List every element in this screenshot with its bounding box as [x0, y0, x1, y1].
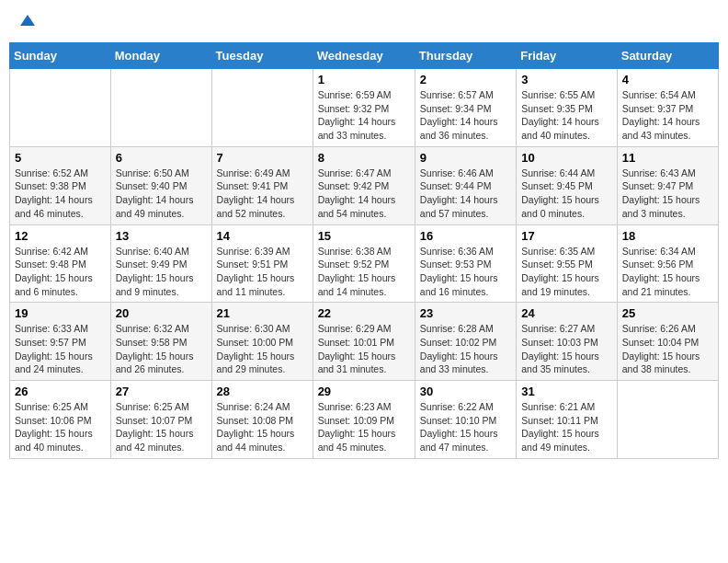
calendar-week-row: 12Sunrise: 6:42 AMSunset: 9:48 PMDayligh…	[10, 224, 719, 303]
day-of-week-header: Monday	[110, 43, 211, 69]
day-info: Sunrise: 6:24 AMSunset: 10:08 PMDaylight…	[217, 400, 308, 454]
day-info: Sunrise: 6:57 AMSunset: 9:34 PMDaylight:…	[420, 88, 511, 143]
day-info: Sunrise: 6:49 AMSunset: 9:41 PMDaylight:…	[217, 167, 308, 221]
calendar-cell: 27Sunrise: 6:25 AMSunset: 10:07 PMDaylig…	[110, 381, 211, 459]
calendar-cell: 17Sunrise: 6:35 AMSunset: 9:55 PMDayligh…	[517, 224, 618, 303]
calendar-cell: 12Sunrise: 6:42 AMSunset: 9:48 PMDayligh…	[10, 224, 111, 303]
day-number: 19	[15, 306, 106, 320]
day-info: Sunrise: 6:46 AMSunset: 9:44 PMDaylight:…	[420, 167, 511, 221]
day-info: Sunrise: 6:34 AMSunset: 9:56 PMDaylight:…	[622, 245, 713, 299]
calendar-cell: 29Sunrise: 6:23 AMSunset: 10:09 PMDaylig…	[313, 381, 415, 459]
calendar-cell: 30Sunrise: 6:22 AMSunset: 10:10 PMDaylig…	[415, 381, 516, 459]
calendar-week-row: 19Sunrise: 6:33 AMSunset: 9:57 PMDayligh…	[10, 303, 719, 381]
day-info: Sunrise: 6:28 AMSunset: 10:02 PMDaylight…	[420, 322, 511, 376]
day-number: 1	[318, 73, 410, 86]
day-number: 20	[116, 306, 207, 320]
calendar-cell: 11Sunrise: 6:43 AMSunset: 9:47 PMDayligh…	[617, 146, 718, 224]
day-info: Sunrise: 6:35 AMSunset: 9:55 PMDaylight:…	[521, 245, 612, 299]
day-number: 6	[116, 151, 207, 165]
calendar-cell: 25Sunrise: 6:26 AMSunset: 10:04 PMDaylig…	[617, 303, 718, 381]
calendar-table: SundayMondayTuesdayWednesdayThursdayFrid…	[9, 42, 719, 459]
calendar-week-row: 5Sunrise: 6:52 AMSunset: 9:38 PMDaylight…	[10, 146, 719, 224]
day-number: 31	[521, 385, 612, 398]
calendar-cell: 21Sunrise: 6:30 AMSunset: 10:00 PMDaylig…	[211, 303, 313, 381]
calendar-cell: 15Sunrise: 6:38 AMSunset: 9:52 PMDayligh…	[313, 224, 415, 303]
day-of-week-header: Friday	[517, 43, 618, 69]
calendar-cell: 19Sunrise: 6:33 AMSunset: 9:57 PMDayligh…	[10, 303, 111, 381]
calendar-cell: 14Sunrise: 6:39 AMSunset: 9:51 PMDayligh…	[211, 224, 313, 303]
calendar-cell: 13Sunrise: 6:40 AMSunset: 9:49 PMDayligh…	[110, 224, 211, 303]
day-info: Sunrise: 6:27 AMSunset: 10:03 PMDaylight…	[521, 322, 612, 376]
calendar-cell: 10Sunrise: 6:44 AMSunset: 9:45 PMDayligh…	[517, 146, 618, 224]
day-info: Sunrise: 6:21 AMSunset: 10:11 PMDaylight…	[521, 400, 612, 454]
day-number: 11	[622, 151, 713, 165]
day-number: 16	[420, 229, 511, 243]
calendar-cell: 6Sunrise: 6:50 AMSunset: 9:40 PMDaylight…	[110, 146, 211, 224]
calendar-week-row: 1Sunrise: 6:59 AMSunset: 9:32 PMDaylight…	[10, 69, 719, 147]
day-info: Sunrise: 6:42 AMSunset: 9:48 PMDaylight:…	[15, 245, 106, 299]
day-of-week-header: Sunday	[10, 43, 111, 69]
calendar-cell: 7Sunrise: 6:49 AMSunset: 9:41 PMDaylight…	[211, 146, 313, 224]
calendar-week-row: 26Sunrise: 6:25 AMSunset: 10:06 PMDaylig…	[10, 381, 719, 459]
logo	[15, 13, 40, 31]
calendar-cell: 2Sunrise: 6:57 AMSunset: 9:34 PMDaylight…	[415, 69, 516, 147]
calendar-cell: 1Sunrise: 6:59 AMSunset: 9:32 PMDaylight…	[313, 69, 415, 147]
day-number: 3	[521, 73, 612, 86]
day-of-week-header: Tuesday	[211, 43, 313, 69]
day-info: Sunrise: 6:23 AMSunset: 10:09 PMDaylight…	[318, 400, 410, 454]
day-number: 12	[15, 229, 106, 243]
day-info: Sunrise: 6:25 AMSunset: 10:06 PMDaylight…	[15, 400, 106, 454]
svg-marker-0	[20, 15, 35, 26]
calendar-cell: 5Sunrise: 6:52 AMSunset: 9:38 PMDaylight…	[10, 146, 111, 224]
calendar-cell: 26Sunrise: 6:25 AMSunset: 10:06 PMDaylig…	[10, 381, 111, 459]
day-info: Sunrise: 6:47 AMSunset: 9:42 PMDaylight:…	[318, 167, 410, 221]
day-of-week-header: Saturday	[617, 43, 718, 69]
day-info: Sunrise: 6:22 AMSunset: 10:10 PMDaylight…	[420, 400, 511, 454]
calendar-cell: 28Sunrise: 6:24 AMSunset: 10:08 PMDaylig…	[211, 381, 313, 459]
day-number: 17	[521, 229, 612, 243]
day-of-week-header: Thursday	[415, 43, 516, 69]
day-info: Sunrise: 6:33 AMSunset: 9:57 PMDaylight:…	[15, 322, 106, 376]
day-number: 9	[420, 151, 511, 165]
day-info: Sunrise: 6:40 AMSunset: 9:49 PMDaylight:…	[116, 245, 207, 299]
calendar-cell: 20Sunrise: 6:32 AMSunset: 9:58 PMDayligh…	[110, 303, 211, 381]
calendar-cell	[211, 69, 313, 147]
day-number: 24	[521, 306, 612, 320]
day-number: 5	[15, 151, 106, 165]
calendar-cell: 31Sunrise: 6:21 AMSunset: 10:11 PMDaylig…	[517, 381, 618, 459]
calendar-cell: 18Sunrise: 6:34 AMSunset: 9:56 PMDayligh…	[617, 224, 718, 303]
day-info: Sunrise: 6:36 AMSunset: 9:53 PMDaylight:…	[420, 245, 511, 299]
day-number: 27	[116, 385, 207, 398]
day-number: 30	[420, 385, 511, 398]
calendar-cell	[110, 69, 211, 147]
day-number: 25	[622, 306, 713, 320]
day-info: Sunrise: 6:25 AMSunset: 10:07 PMDaylight…	[116, 400, 207, 454]
day-of-week-header: Wednesday	[313, 43, 415, 69]
calendar-cell	[10, 69, 111, 147]
day-number: 26	[15, 385, 106, 398]
day-number: 18	[622, 229, 713, 243]
day-info: Sunrise: 6:32 AMSunset: 9:58 PMDaylight:…	[116, 322, 207, 376]
day-info: Sunrise: 6:38 AMSunset: 9:52 PMDaylight:…	[318, 245, 410, 299]
day-number: 15	[318, 229, 410, 243]
day-info: Sunrise: 6:30 AMSunset: 10:00 PMDaylight…	[217, 322, 308, 376]
calendar-cell: 23Sunrise: 6:28 AMSunset: 10:02 PMDaylig…	[415, 303, 516, 381]
day-number: 28	[217, 385, 308, 398]
day-number: 22	[318, 306, 410, 320]
day-number: 23	[420, 306, 511, 320]
page-header	[9, 9, 719, 35]
calendar-cell: 8Sunrise: 6:47 AMSunset: 9:42 PMDaylight…	[313, 146, 415, 224]
calendar-cell: 22Sunrise: 6:29 AMSunset: 10:01 PMDaylig…	[313, 303, 415, 381]
day-number: 29	[318, 385, 410, 398]
calendar-cell: 3Sunrise: 6:55 AMSunset: 9:35 PMDaylight…	[517, 69, 618, 147]
day-info: Sunrise: 6:29 AMSunset: 10:01 PMDaylight…	[318, 322, 410, 376]
logo-icon	[18, 13, 37, 31]
day-info: Sunrise: 6:54 AMSunset: 9:37 PMDaylight:…	[622, 88, 713, 143]
day-number: 10	[521, 151, 612, 165]
day-number: 7	[217, 151, 308, 165]
day-info: Sunrise: 6:39 AMSunset: 9:51 PMDaylight:…	[217, 245, 308, 299]
calendar-cell: 24Sunrise: 6:27 AMSunset: 10:03 PMDaylig…	[517, 303, 618, 381]
calendar-cell: 4Sunrise: 6:54 AMSunset: 9:37 PMDaylight…	[617, 69, 718, 147]
day-info: Sunrise: 6:52 AMSunset: 9:38 PMDaylight:…	[15, 167, 106, 221]
day-number: 8	[318, 151, 410, 165]
